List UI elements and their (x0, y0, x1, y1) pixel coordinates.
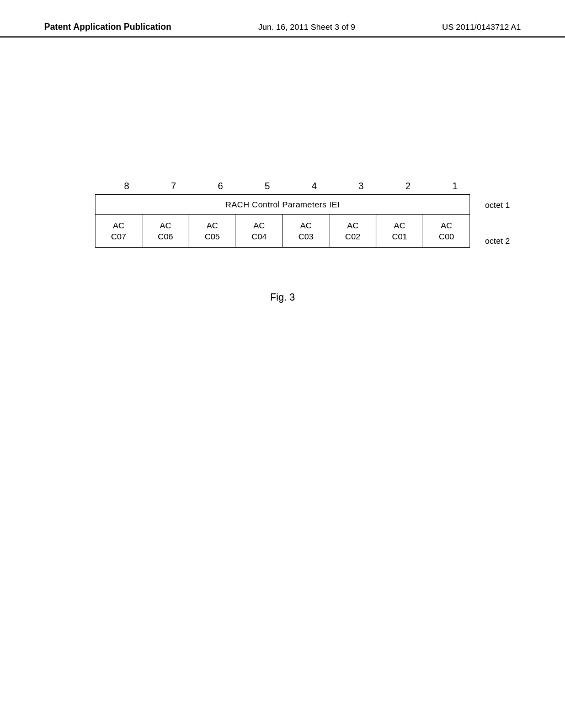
octet1-label: octet 1 (482, 194, 510, 215)
main-content: 8 7 6 5 4 3 2 1 RACH Control Parameters … (0, 38, 565, 303)
bit-3: 3 (338, 181, 385, 192)
bit-7: 7 (150, 181, 197, 192)
table-header-row: RACH Control Parameters IEI (95, 195, 470, 215)
cell-ac-c03: ACC03 (282, 215, 329, 248)
cell-ac-c00: ACC00 (423, 215, 470, 248)
cell-ac-c06: ACC06 (142, 215, 189, 248)
bit-4: 4 (291, 181, 338, 192)
publication-label: Patent Application Publication (44, 22, 172, 32)
bit-2: 2 (385, 181, 431, 192)
bit-number-row: 8 7 6 5 4 3 2 1 (103, 181, 478, 192)
figure-caption: Fig. 3 (270, 292, 295, 303)
bit-6: 6 (197, 181, 244, 192)
rach-table: RACH Control Parameters IEI ACC07 ACC06 … (95, 194, 470, 248)
bit-8: 8 (103, 181, 150, 192)
patent-number-label: US 2011/0143712 A1 (442, 22, 521, 31)
cell-ac-c05: ACC05 (189, 215, 236, 248)
octet2-label: octet 2 (482, 215, 510, 248)
rach-header-cell: RACH Control Parameters IEI (95, 195, 470, 215)
date-sheet-label: Jun. 16, 2011 Sheet 3 of 9 (258, 22, 355, 31)
page-header: Patent Application Publication Jun. 16, … (0, 0, 565, 38)
bit-5: 5 (244, 181, 291, 192)
cell-ac-c02: ACC02 (329, 215, 376, 248)
cell-ac-c07: ACC07 (95, 215, 142, 248)
cell-ac-c01: ACC01 (376, 215, 423, 248)
table-data-row: ACC07 ACC06 ACC05 ACC04 ACC03 ACC02 ACC0… (95, 215, 470, 248)
octet-labels: octet 1 octet 2 (482, 194, 510, 248)
table-wrapper: RACH Control Parameters IEI ACC07 ACC06 … (95, 194, 470, 248)
cell-ac-c04: ACC04 (236, 215, 282, 248)
bit-1: 1 (431, 181, 478, 192)
